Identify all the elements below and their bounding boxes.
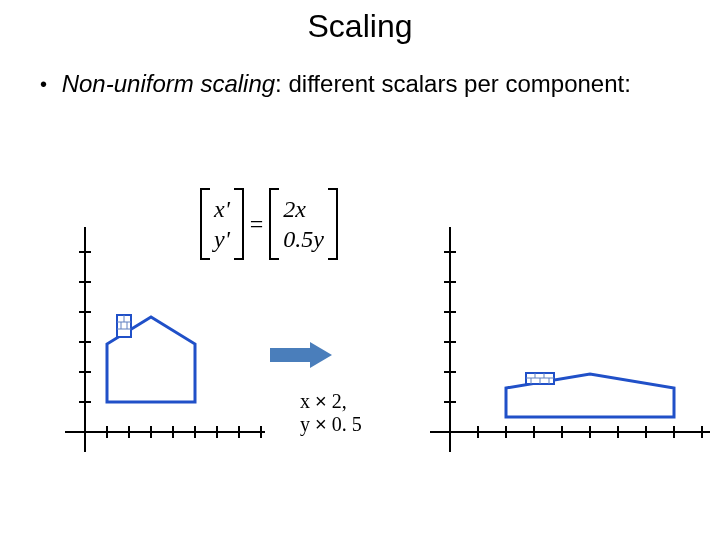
equation-rhs: 2x 0.5y	[279, 190, 328, 258]
arrow-label-line2: y × 0. 5	[300, 413, 362, 436]
bullet-dot: •	[40, 70, 47, 98]
label-y: y	[300, 413, 315, 435]
times-icon: ×	[315, 413, 327, 435]
house-after	[506, 373, 674, 417]
label-y-val: 0. 5	[327, 413, 362, 435]
bullet-item: • Non-uniform scaling: different scalars…	[40, 70, 680, 98]
bullet-text: Non-uniform scaling: different scalars p…	[62, 70, 662, 98]
slide: Scaling • Non-uniform scaling: different…	[0, 0, 720, 540]
bracket-left-icon	[269, 192, 279, 256]
axes-before	[55, 227, 265, 467]
axes-after	[420, 227, 710, 467]
arrow-label: x × 2, y × 0. 5	[300, 390, 362, 436]
eq-lhs-r1: x'	[214, 194, 230, 224]
bullet-term: Non-uniform scaling	[62, 70, 275, 97]
times-icon: ×	[315, 390, 327, 412]
eq-rhs-r2: 0.5y	[283, 224, 324, 254]
bullet-rest: : different scalars per component:	[275, 70, 631, 97]
label-x: x	[300, 390, 315, 412]
arrow-icon	[270, 342, 332, 368]
slide-title: Scaling	[0, 8, 720, 45]
house-before	[107, 315, 195, 402]
bracket-right-icon	[328, 192, 338, 256]
arrow-label-line1: x × 2,	[300, 390, 362, 413]
eq-rhs-r1: 2x	[283, 194, 306, 224]
label-x-val: 2,	[327, 390, 347, 412]
